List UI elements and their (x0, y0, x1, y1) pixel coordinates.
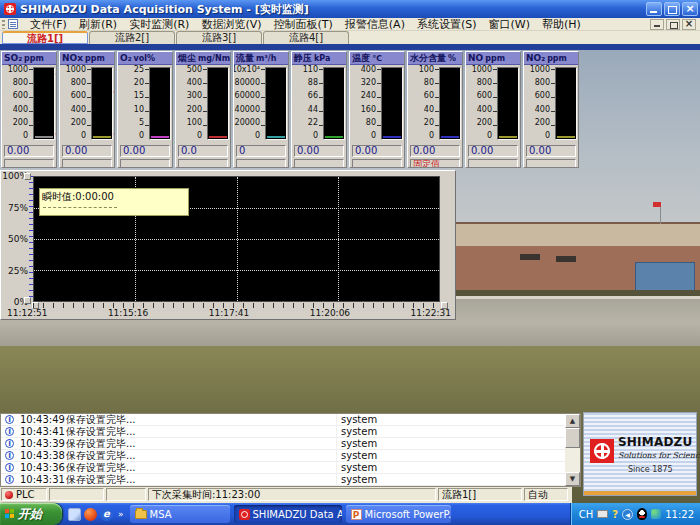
tab-channel-4[interactable]: 流路4[] (263, 31, 349, 44)
axis-handle[interactable] (24, 297, 31, 304)
gauge-bar (323, 67, 345, 140)
menu-control-panel[interactable]: 控制面板(T) (268, 18, 339, 31)
menu-data-browse[interactable]: 数据浏览(V) (195, 18, 267, 31)
restore-button[interactable] (664, 2, 680, 16)
tick-label: 240 (361, 92, 376, 100)
task-label: MSA (150, 509, 172, 520)
axis-handle[interactable] (24, 173, 31, 180)
clock[interactable]: 11:22 (665, 509, 694, 520)
gauge-scale: 5004003002001000 (176, 66, 202, 140)
gauge-unit: % (448, 54, 456, 63)
tick-label: 0 (23, 132, 28, 140)
gauge-header: 温度℃ (350, 52, 404, 65)
gauge-note (4, 159, 54, 168)
gauge-note (526, 159, 576, 168)
gauge-so2: SO₂ppm 10008006004002000 0.00 (1, 51, 57, 168)
gauge-bar-fill (441, 136, 459, 138)
tab-channel-2[interactable]: 流路2[] (89, 31, 175, 44)
close-button[interactable] (682, 2, 698, 16)
gauge-bar-fill (93, 136, 111, 138)
x-axis-label: 11:22:31 (411, 308, 451, 318)
scroll-down-icon[interactable]: ▼ (565, 472, 580, 486)
tick-label: 0 (255, 132, 260, 140)
input-language-indicator[interactable]: CH (579, 509, 594, 520)
gauge-header: 流量m³/h (234, 52, 288, 65)
gauge-value: 0.0 (178, 145, 228, 157)
gauge-label: O₂ (120, 53, 132, 63)
tick-label: 40 (424, 106, 434, 114)
tick-label: 80 (366, 119, 376, 127)
log-time: 10:43:49 (20, 414, 66, 425)
gauge-bar-fill (151, 136, 169, 138)
tick-label: 800 (71, 79, 86, 87)
minimize-button[interactable] (646, 2, 662, 16)
gauge-bar-fill (35, 136, 53, 138)
gauge-label: NO₂ (526, 53, 545, 63)
child-minimize-button[interactable] (650, 19, 664, 30)
tick-label: 1000 (66, 66, 86, 74)
quick-launch-icon[interactable] (84, 508, 97, 521)
chevron-expand-icon[interactable]: » (118, 509, 124, 519)
folder-icon (135, 510, 147, 519)
menu-refresh[interactable]: 刷新(R) (73, 18, 123, 31)
gauge-header: SO₂ppm (2, 52, 56, 65)
show-desktop-icon[interactable] (68, 508, 81, 521)
log-row[interactable]: 10:43:31 保存设置完毕... system (1, 474, 580, 486)
task-msa[interactable]: MSA (130, 505, 230, 523)
log-scrollbar[interactable]: ▲ ▼ (565, 414, 580, 486)
windows-logo-icon (5, 509, 15, 520)
shimadzu-app-icon (239, 509, 250, 520)
messenger-tray-icon[interactable] (651, 509, 661, 519)
gauge-bar (149, 67, 171, 140)
tick-label: 400 (477, 106, 492, 114)
info-icon (5, 475, 14, 484)
marker-icon (52, 71, 57, 77)
child-restore-button[interactable] (666, 19, 680, 30)
photo-flag (653, 202, 661, 207)
x-axis-label: 11:17:41 (209, 308, 249, 318)
info-icon (5, 427, 14, 436)
child-close-button[interactable] (682, 19, 696, 30)
menu-window[interactable]: 窗口(W) (483, 18, 536, 31)
internet-explorer-icon[interactable] (100, 508, 113, 521)
tick-label: 0 (545, 132, 550, 140)
gauge-temperature: 温度℃ 400320240160800 0.00 (349, 51, 405, 168)
gauge-value: 0.00 (468, 145, 518, 157)
qq-tray-icon[interactable] (637, 508, 647, 520)
status-bar: PLC 下次采集时间:11:23:00 流路1[] 自动 (0, 487, 572, 503)
tick-label: 25 (134, 66, 144, 74)
scroll-up-icon[interactable]: ▲ (565, 414, 580, 428)
tab-channel-3[interactable]: 流路3[] (176, 31, 262, 44)
scroll-thumb[interactable] (565, 428, 580, 448)
menu-help[interactable]: 帮助(H) (536, 18, 587, 31)
gauge-unit: ppm (485, 54, 505, 63)
start-button[interactable]: 开始 (0, 503, 62, 525)
app-logo-icon (4, 3, 16, 15)
tick-label: 400 (71, 106, 86, 114)
menu-file[interactable]: 文件(F) (24, 18, 73, 31)
help-tray-icon[interactable]: ? (612, 509, 618, 520)
gauge-bar (555, 67, 577, 140)
gauge-label: 烟尘 (178, 53, 196, 63)
keyboard-icon[interactable] (597, 510, 608, 518)
gauge-note (178, 159, 228, 168)
log-user: system (336, 438, 426, 449)
hide-icons-chevron-icon[interactable] (622, 509, 633, 520)
task-powerpoint[interactable]: Microsoft PowerP... (346, 505, 451, 523)
toolbar-grip[interactable] (2, 20, 5, 29)
menu-alarm-info[interactable]: 报警信息(A) (339, 18, 411, 31)
gauge-header: 水分含量% (408, 52, 462, 65)
y-axis-label: 50% (2, 235, 28, 244)
menu-realtime[interactable]: 实时监测(R) (123, 18, 195, 31)
task-shimadzu[interactable]: SHIMADZU Data Ac... (234, 505, 342, 523)
tick-label: 800 (477, 79, 492, 87)
tick-label: 600 (13, 92, 28, 100)
gauge-bar-fill (325, 136, 343, 138)
status-cell-empty (49, 488, 104, 501)
gauge-bar (497, 67, 519, 140)
gauge-scale: 10x10⁴800006000040000200000 (234, 66, 260, 140)
gridline (338, 177, 339, 301)
tab-channel-1[interactable]: 流路1[] (2, 31, 88, 44)
tick-label: 1000 (472, 66, 492, 74)
menu-system-settings[interactable]: 系统设置(S) (411, 18, 483, 31)
